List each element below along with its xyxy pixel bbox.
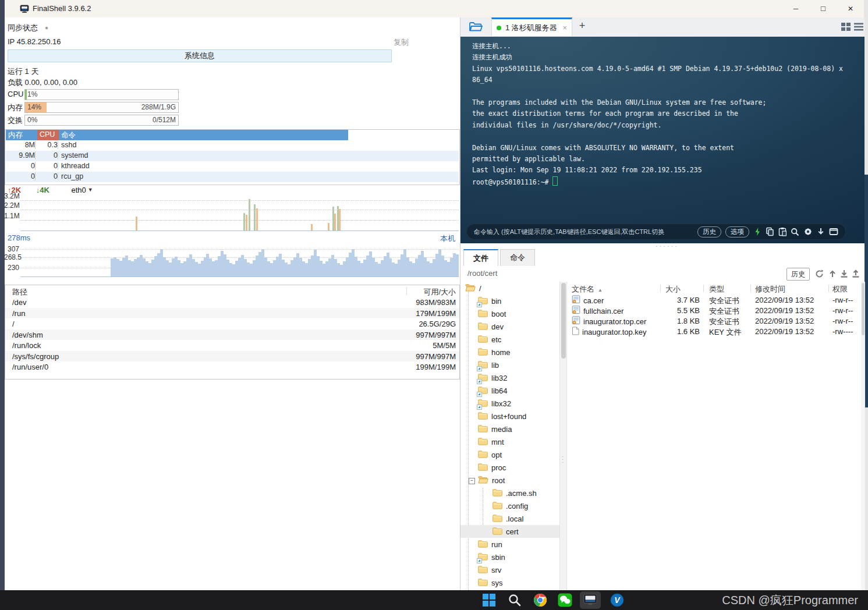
col-perm[interactable]: 权限 (832, 284, 848, 295)
search-icon[interactable] (791, 228, 799, 236)
finalshell-taskbar-icon[interactable] (583, 594, 597, 609)
disk-row[interactable]: /run/lock5M/5M (5, 340, 459, 351)
upload-file-icon[interactable] (851, 269, 860, 281)
file-name: inaugurator.top.key (582, 328, 647, 336)
col-cpu-sorted[interactable]: CPU (37, 130, 59, 140)
process-row[interactable]: 00kthreadd (6, 161, 459, 172)
tab-close-icon[interactable]: × (562, 23, 567, 32)
tree-item-libx32[interactable]: libx32 (460, 397, 559, 410)
tree-item-label: mnt (491, 438, 504, 446)
parent-dir-icon[interactable] (828, 269, 837, 281)
options-button[interactable]: 选项 (725, 226, 749, 237)
file-row-fullchain-cer[interactable]: fullchain.cer5.5 KB安全证书2022/09/19 13:52-… (567, 306, 865, 316)
wechat-icon[interactable] (558, 593, 572, 609)
tree-item-sbin[interactable]: sbin (460, 551, 559, 563)
tree-splitter-dots[interactable]: ··· (562, 455, 564, 464)
new-tab-button[interactable]: + (576, 20, 589, 32)
tree-item-sys[interactable]: sys (460, 576, 559, 589)
download-file-icon[interactable] (839, 269, 849, 281)
tree-item-cert[interactable]: cert (460, 525, 559, 538)
tree-item--[interactable]: / (460, 282, 559, 295)
tree-item--acme-sh[interactable]: .acme.sh (460, 487, 559, 499)
folder-icon (478, 335, 488, 345)
col-mtime[interactable]: 修改时间 (755, 284, 785, 295)
system-info-button[interactable]: 系统信息 (8, 49, 392, 62)
network-bar (311, 224, 313, 230)
col-filename[interactable]: 文件名▲ (572, 284, 603, 295)
download-icon[interactable] (817, 227, 825, 236)
copy-ip-link[interactable]: 复制 (394, 37, 409, 48)
menu-icon[interactable] (854, 22, 864, 34)
tree-item--local[interactable]: .local (460, 512, 559, 525)
file-row-inaugurator-top-key[interactable]: inaugurator.top.key1.6 KBKEY 文件2022/09/1… (567, 327, 865, 337)
tab-files[interactable]: 文件 (463, 249, 498, 266)
tree-item-opt[interactable]: opt (460, 448, 559, 461)
process-row[interactable]: 8M0.3sshd (6, 140, 459, 151)
disk-row[interactable]: /run/user/0199M/199M (5, 361, 459, 373)
col-command[interactable]: 命令 (61, 130, 76, 140)
v2rayn-icon[interactable]: V (610, 593, 624, 609)
window-icon[interactable] (829, 228, 838, 236)
refresh-icon[interactable] (814, 269, 824, 281)
tree-item-bin[interactable]: bin (460, 295, 559, 307)
file-type: 安全证书 (709, 317, 739, 327)
tree-item-dev[interactable]: dev (460, 320, 559, 333)
taskbar-search-icon[interactable] (508, 593, 522, 609)
file-row-inaugurator-top-cer[interactable]: inaugurator.top.cer1.8 KB安全证书2022/09/19 … (567, 316, 865, 327)
process-row[interactable]: 00rcu_gp (6, 172, 459, 182)
tree-item-root[interactable]: −root (460, 474, 559, 487)
bolt-icon[interactable] (753, 227, 761, 236)
terminal[interactable]: 连接主机...连接主机成功Linux vps50101116.hosteons.… (460, 37, 865, 243)
terminal-cursor (552, 176, 558, 186)
paste-icon[interactable] (778, 227, 786, 236)
tree-item-srv[interactable]: srv (460, 563, 559, 576)
history-button[interactable]: 历史 (697, 226, 721, 237)
col-type[interactable]: 类型 (709, 284, 724, 295)
copy-icon[interactable] (766, 227, 774, 236)
ping-target[interactable]: 本机 (440, 233, 455, 244)
col-memory[interactable]: 内存 (8, 130, 23, 140)
file-row-ca-cer[interactable]: ca.cer3.7 KB安全证书2022/09/19 13:52-rw-r-- (567, 295, 865, 306)
tree-item-lib[interactable]: lib (460, 359, 559, 371)
path-input[interactable]: /root/cert (467, 269, 497, 278)
open-connections-icon[interactable] (469, 21, 483, 35)
tree-item-mnt[interactable]: mnt (460, 435, 559, 448)
tree-item--config[interactable]: .config (460, 499, 559, 512)
gear-icon[interactable] (803, 227, 813, 236)
collapse-icon[interactable]: − (469, 478, 475, 484)
tree-item-boot[interactable]: boot (460, 307, 559, 320)
close-button[interactable]: ✕ (837, 0, 864, 17)
tree-item-home[interactable]: home (460, 346, 559, 359)
tab-command[interactable]: 命令 (500, 249, 535, 266)
tree-item-lib64[interactable]: lib64 (460, 384, 559, 397)
disk-row[interactable]: /dev983M/983M (5, 297, 459, 308)
disk-row[interactable]: /sys/fs/cgroup997M/997M (5, 351, 459, 362)
desktop-edge-left (0, 0, 5, 610)
path-history-button[interactable]: 历史 (786, 268, 810, 281)
process-row[interactable]: 9.9M0systemd (6, 151, 459, 161)
interface-select[interactable]: eth0▼ (72, 186, 93, 194)
screen: FinalShell 3.9.6.2 ─ □ ✕ 同步状态● IP 45.82.… (0, 0, 868, 610)
disk-row[interactable]: /26.5G/29G (5, 318, 459, 329)
col-path[interactable]: 路径 (12, 287, 27, 297)
tree-item-proc[interactable]: proc (460, 461, 559, 474)
tab-session[interactable]: 1 洛杉矶服务器 × (491, 17, 572, 36)
tree-item-run[interactable]: run (460, 538, 559, 551)
tree-item-lib32[interactable]: lib32 (460, 371, 559, 384)
tree-item-etc[interactable]: etc (460, 333, 559, 346)
file-type: 安全证书 (709, 296, 739, 306)
disk-row[interactable]: /dev/shm997M/997M (5, 329, 459, 341)
start-button-icon[interactable] (482, 593, 496, 609)
maximize-button[interactable]: □ (810, 0, 837, 17)
network-bar (334, 214, 336, 230)
layout-grid-icon[interactable] (841, 22, 851, 34)
command-input[interactable]: 命令输入 (按ALT键提示历史,TAB键路径,ESC键返回,双击CTRL切换 (474, 228, 693, 236)
chrome-icon[interactable] (533, 593, 547, 609)
disk-row[interactable]: /run179M/199M (5, 308, 459, 319)
col-avail-size[interactable]: 可用/大小 (423, 287, 456, 297)
tree-item-lost-found[interactable]: lost+found (460, 410, 559, 423)
file-list-scrollbar[interactable] (861, 282, 865, 590)
tree-item-media[interactable]: media (460, 423, 559, 435)
col-size[interactable]: 大小 (665, 284, 681, 295)
minimize-button[interactable]: ─ (782, 0, 809, 17)
